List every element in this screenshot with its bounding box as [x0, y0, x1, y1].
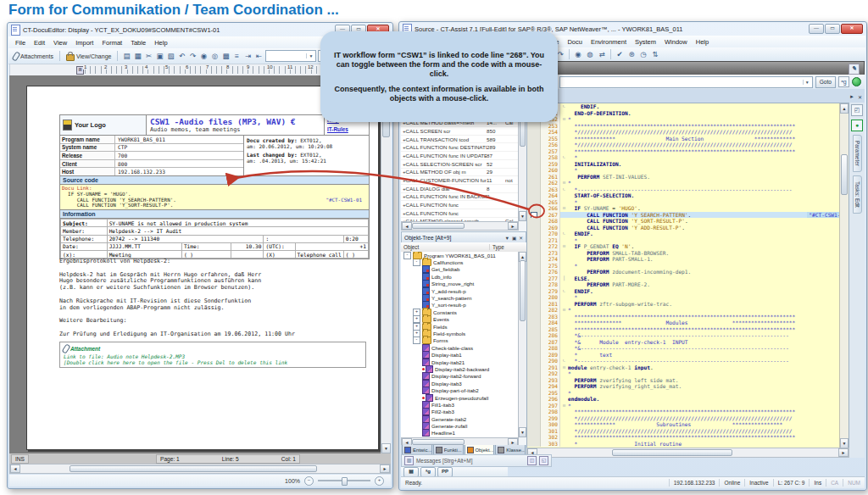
code-line[interactable]: 294 PERFORM zverifying_right_side_mat. [527, 383, 849, 390]
fold-marker[interactable] [560, 332, 568, 339]
panel-menu-icon[interactable]: ▼ [504, 236, 509, 241]
code-line[interactable]: 271 * [527, 237, 849, 244]
scroll-thumb[interactable] [520, 260, 526, 321]
fold-marker[interactable]: ∟ [560, 231, 568, 237]
statement-row[interactable]: +CALL SCREEN scr850 [401, 127, 519, 136]
tree-item[interactable]: Y_search-pattern [401, 294, 519, 301]
tree-item[interactable]: Display-itab2-backward [401, 365, 519, 372]
code-line[interactable]: 295* [527, 390, 849, 397]
column-object[interactable]: Object [401, 244, 490, 250]
menu-item-import[interactable]: Import [72, 38, 97, 47]
code-line[interactable]: 253 ************************************… [527, 123, 849, 130]
fold-marker[interactable] [560, 263, 568, 270]
code-line[interactable]: 257 ************************************… [527, 148, 849, 155]
fold-marker[interactable]: ∟ [560, 186, 568, 193]
fold-marker[interactable]: ⊟ [560, 364, 568, 371]
fold-marker[interactable] [560, 136, 568, 142]
code-line[interactable]: 288 *&----------------------------------… [527, 345, 849, 352]
code-line[interactable]: 302 ************************************… [527, 434, 849, 441]
clock-icon[interactable]: ◷ [638, 49, 648, 59]
fold-marker[interactable]: ∟ [560, 288, 568, 295]
fold-marker[interactable] [560, 441, 568, 448]
code-line[interactable]: 268 CALL FUNCTION 'Y_SORT-RESULT-P'. [527, 218, 849, 225]
image-icon[interactable]: ▩ [220, 51, 231, 61]
code-vertical-scrollbar[interactable]: ▲ ▼ [839, 103, 849, 448]
fold-marker[interactable] [560, 148, 568, 155]
code-line[interactable]: 289 * text [527, 352, 849, 359]
code-line[interactable]: 272⊟ IF P_GENDAT EQ 'N'. [527, 243, 849, 250]
zoom-in-button[interactable]: + [375, 476, 384, 486]
scroll-thumb[interactable] [70, 465, 317, 472]
code-line[interactable]: 259 INITIALIZATION. [527, 161, 849, 168]
minimize-button[interactable]: — [809, 24, 824, 34]
code-line[interactable]: 298 ************************************… [527, 409, 849, 415]
code-line[interactable]: 291⊟module entry-check-1 input. [527, 364, 849, 371]
statement-list-hscrollbar[interactable]: ◄ ► [401, 221, 519, 231]
code-line[interactable]: 256 *///////////////////////////////////… [527, 142, 849, 148]
fold-marker[interactable]: ∟ [560, 154, 568, 161]
fold-marker[interactable] [560, 250, 568, 257]
tree-item[interactable]: -Forms [401, 337, 519, 344]
scroll-right-arrow[interactable]: ► [508, 222, 518, 230]
code-line[interactable]: 266⊟ IF SY-UNAME = 'HUGO'. [527, 205, 849, 212]
statement-row[interactable]: +CALL TRANSACTION tcod589 [401, 136, 519, 144]
attachments-button[interactable]: Attachments [11, 51, 56, 62]
tree-item[interactable]: Get_fieldtab [401, 266, 519, 273]
code-line[interactable]: 269 CALL FUNCTION 'Y_ADD-RESULT-P'. [527, 225, 849, 231]
code-line[interactable]: 301 *///////////////////////////////////… [527, 428, 849, 435]
code-line[interactable]: 276 PERFORM zdocument-incomming-dep1. [527, 269, 849, 275]
code-line[interactable]: 287 *& Module entry-check-1 INPUT [527, 339, 849, 346]
statement-row[interactable]: +CALL CUSTOMER-FUNCTION func11not [401, 176, 519, 185]
fold-marker[interactable] [560, 339, 568, 346]
dock-icon[interactable]: ◰ [851, 104, 863, 116]
fold-marker[interactable] [560, 212, 568, 219]
code-line[interactable]: 251 END-OF-DEFINITION. [527, 110, 849, 117]
tree-item[interactable]: -Program YWORK81_BAS_011 [401, 252, 519, 259]
search-combo[interactable]: ▼ [559, 76, 813, 88]
code-line[interactable]: 286 *&----------------------------------… [527, 332, 849, 339]
tree-item[interactable]: Display-itab3 [401, 380, 519, 387]
zoom-slider[interactable] [318, 480, 370, 481]
fold-marker[interactable] [560, 237, 568, 244]
tree-item[interactable]: Display-part-of-itab2 [401, 387, 519, 393]
code-line[interactable]: 281 PERFORM zftr-subpgm-write-trac. [527, 301, 849, 308]
fold-marker[interactable] [560, 281, 568, 288]
fold-marker[interactable] [560, 256, 568, 263]
fold-marker[interactable] [560, 218, 568, 225]
tab-tasks-edit[interactable]: Tasks: Edit [853, 175, 862, 214]
fold-marker[interactable]: ⊟ [560, 243, 568, 250]
menu-item-file[interactable]: File [12, 38, 29, 47]
tree-expand-toggle[interactable]: - [413, 336, 420, 344]
menu-item-view[interactable]: View [50, 38, 70, 47]
document-page[interactable]: Your Logo CSW1 -Audio files (MP3, WAV) €… [26, 86, 379, 450]
find-messages-icon[interactable]: ◫ [527, 456, 537, 465]
tree-item[interactable]: Display-itab2-forward [401, 373, 519, 380]
statement-row[interactable]: +CALL FUNCTION func [401, 209, 519, 218]
code-view[interactable]: 250∟ ENDIF.251 END-OF-DEFINITION.252⊟*25… [526, 103, 849, 448]
statement-row[interactable]: +CALL FUNCTION func IN UPDATE T...87 [401, 152, 519, 160]
menu-item-edit[interactable]: Edit [31, 38, 48, 47]
messages-bar[interactable]: ▥ Messages [Strg+Alt+M] ◫ ◱ [401, 454, 552, 467]
statement-row[interactable]: +CALL FUNCTION func DESTINATIO...289 [401, 143, 519, 152]
tree-item[interactable]: Erzeugen-pseudozufall [401, 394, 519, 401]
check-icon[interactable]: ✔ [615, 49, 625, 59]
code-line[interactable]: 275 * [527, 263, 849, 270]
fold-marker[interactable] [560, 377, 568, 384]
attachment-box[interactable]: AttachmentLink to file: Audio note Helpd… [59, 342, 366, 369]
sort-icon[interactable]: ⇅ [650, 49, 660, 59]
fold-marker[interactable] [560, 415, 568, 422]
fold-marker[interactable]: ⊟ [560, 180, 568, 186]
code-line[interactable]: 300 ************* Subroutines **********… [527, 421, 849, 428]
code-line[interactable]: 270∟ ENDIF. [527, 231, 849, 237]
scroll-down-arrow[interactable]: ▼ [381, 443, 391, 453]
scroll-right-arrow[interactable]: ► [838, 448, 849, 457]
scroll-down-arrow[interactable]: ▼ [519, 211, 526, 221]
object-tree-scrollbar[interactable]: ▲ ▼ [518, 252, 526, 437]
fold-marker[interactable] [560, 142, 568, 148]
code-line[interactable]: 258∟ * [527, 154, 849, 161]
code-line[interactable]: 296endmodule. [527, 396, 849, 403]
fold-marker[interactable] [560, 370, 568, 377]
fold-marker[interactable] [560, 110, 568, 117]
code-line[interactable]: 285 ************************************… [527, 326, 849, 333]
code-line[interactable]: 260 * [527, 167, 849, 174]
